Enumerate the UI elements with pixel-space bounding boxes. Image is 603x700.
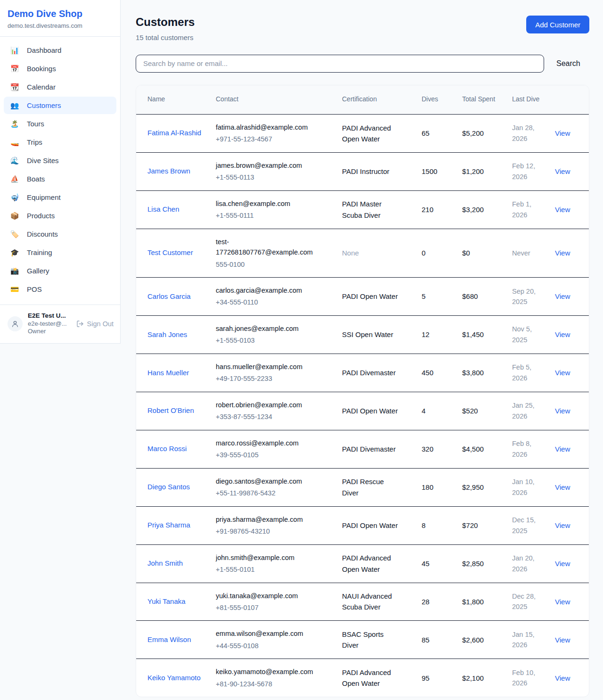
customer-contact-cell: james.brown@example.com+1-555-0113 <box>216 160 342 183</box>
sidebar-item-gallery[interactable]: 📸Gallery <box>4 262 116 280</box>
customer-dives: 5 <box>422 291 462 302</box>
customer-contact-cell: priya.sharma@example.com+91-98765-43210 <box>216 514 342 537</box>
view-cell: View <box>555 166 578 177</box>
shop-domain: demo.test.divestreams.com <box>8 22 113 29</box>
customer-name-link[interactable]: Fatima Al-Rashid <box>147 129 201 137</box>
customer-name-link[interactable]: Lisa Chen <box>147 205 179 213</box>
view-link[interactable]: View <box>555 369 570 377</box>
customer-name-link[interactable]: Sarah Jones <box>147 330 187 338</box>
table-row: Yuki Tanakayuki.tanaka@example.com+81-55… <box>136 583 589 621</box>
customer-contact-cell: test-1772681807767@example.com555-0100 <box>216 237 342 270</box>
view-link[interactable]: View <box>555 292 570 300</box>
sidebar-item-dive-sites[interactable]: 🌊Dive Sites <box>4 152 116 169</box>
customer-contact-cell: keiko.yamamoto@example.com+81-90-1234-56… <box>216 667 342 689</box>
view-link[interactable]: View <box>555 636 570 644</box>
customer-total-spent: $3,800 <box>462 367 512 378</box>
view-link[interactable]: View <box>555 445 570 453</box>
sidebar-item-equipment[interactable]: 🤿Equipment <box>4 189 116 206</box>
customer-name-link[interactable]: Emma Wilson <box>147 635 191 643</box>
sidebar-item-discounts[interactable]: 🏷️Discounts <box>4 225 116 243</box>
customer-dives: 180 <box>422 482 462 493</box>
search-input[interactable] <box>136 55 544 73</box>
view-link[interactable]: View <box>555 407 570 415</box>
view-link[interactable]: View <box>555 483 570 491</box>
sidebar-item-bookings[interactable]: 📅Bookings <box>4 60 116 77</box>
customer-certification: SSI Open Water <box>342 329 422 340</box>
table-row: Emma Wilsonemma.wilson@example.com+44-55… <box>136 621 589 659</box>
customer-certification: PADI Open Water <box>342 291 422 302</box>
view-link[interactable]: View <box>555 330 570 338</box>
customer-name-link[interactable]: Hans Mueller <box>147 369 189 377</box>
customer-name-cell: Lisa Chen <box>147 204 216 215</box>
customer-total-spent: $4,500 <box>462 444 512 454</box>
customer-last-dive: Feb 8, 2026 <box>512 438 555 460</box>
column-header-name: Name <box>147 94 216 105</box>
table-row: Robert O'Brienrobert.obrien@example.com+… <box>136 392 589 430</box>
customer-name-cell: Marco Rossi <box>147 444 216 454</box>
customer-name-link[interactable]: Marco Rossi <box>147 445 187 453</box>
view-link[interactable]: View <box>555 249 570 257</box>
table-row: Sarah Jonessarah.jones@example.com+1-555… <box>136 316 589 354</box>
column-header-contact: Contact <box>216 94 342 105</box>
sidebar-item-customers[interactable]: 👥Customers <box>4 97 116 114</box>
column-header-dives: Dives <box>422 94 462 105</box>
customer-phone: +971-55-123-4567 <box>216 134 316 144</box>
customer-certification: NAUI Advanced Scuba Diver <box>342 591 422 613</box>
customer-certification: PADI Instructor <box>342 166 422 177</box>
customer-name-link[interactable]: Diego Santos <box>147 483 190 491</box>
customer-last-dive: Jan 10, 2026 <box>512 477 555 498</box>
add-customer-button[interactable]: Add Customer <box>526 16 589 33</box>
customer-name-link[interactable]: Priya Sharma <box>147 521 190 529</box>
customer-contact-cell: emma.wilson@example.com+44-555-0108 <box>216 628 342 651</box>
sign-out-button[interactable]: Sign Out <box>76 320 114 328</box>
customer-certification: PADI Rescue Diver <box>342 476 422 498</box>
view-cell: View <box>555 520 578 531</box>
view-link[interactable]: View <box>555 674 570 682</box>
table-body: Fatima Al-Rashidfatima.alrashid@example.… <box>136 115 589 697</box>
customers-table: NameContactCertificationDivesTotal Spent… <box>136 85 589 698</box>
customer-name-link[interactable]: Robert O'Brien <box>147 406 194 414</box>
customer-phone: +81-90-1234-5678 <box>216 679 316 689</box>
view-link[interactable]: View <box>555 521 570 529</box>
table-row: Hans Muellerhans.mueller@example.com+49-… <box>136 354 589 392</box>
sidebar-item-products[interactable]: 📦Products <box>4 207 116 224</box>
customer-last-dive: Feb 5, 2026 <box>512 362 555 383</box>
customer-phone: +81-555-0107 <box>216 602 316 613</box>
customer-contact-cell: sarah.jones@example.com+1-555-0103 <box>216 323 342 346</box>
customer-name-link[interactable]: John Smith <box>147 559 183 567</box>
customer-name-link[interactable]: James Brown <box>147 167 190 175</box>
sidebar-item-calendar[interactable]: 📆Calendar <box>4 78 116 96</box>
sign-out-icon <box>76 320 84 328</box>
view-link[interactable]: View <box>555 598 570 606</box>
customer-phone: +1-555-0101 <box>216 564 316 575</box>
search-button[interactable]: Search <box>556 59 580 68</box>
customer-total-spent: $520 <box>462 405 512 416</box>
customer-last-dive: Dec 15, 2025 <box>512 515 555 536</box>
view-link[interactable]: View <box>555 560 570 568</box>
speedboat-icon: 🚤 <box>9 139 20 146</box>
view-cell: View <box>555 291 578 302</box>
view-link[interactable]: View <box>555 167 570 175</box>
customer-email: yuki.tanaka@example.com <box>216 591 316 601</box>
sidebar-item-dashboard[interactable]: 📊Dashboard <box>4 41 116 59</box>
view-link[interactable]: View <box>555 129 570 137</box>
customer-name-cell: Robert O'Brien <box>147 405 216 416</box>
customer-name-link[interactable]: Keiko Yamamoto <box>147 674 201 682</box>
customer-certification: BSAC Sports Diver <box>342 629 422 651</box>
column-header-certification: Certification <box>342 94 422 105</box>
sidebar-item-pos[interactable]: 💳POS <box>4 280 116 298</box>
sidebar-item-tours[interactable]: 🏝️Tours <box>4 115 116 132</box>
customer-phone: +34-555-0110 <box>216 297 316 307</box>
view-link[interactable]: View <box>555 206 570 214</box>
customer-name-link[interactable]: Test Customer <box>147 248 193 256</box>
customer-certification: PADI Open Water <box>342 520 422 531</box>
customer-last-dive: Jan 28, 2026 <box>512 123 555 144</box>
customer-name-link[interactable]: Yuki Tanaka <box>147 597 186 605</box>
sidebar-item-boats[interactable]: ⛵Boats <box>4 170 116 188</box>
sidebar-item-training[interactable]: 🎓Training <box>4 244 116 261</box>
customer-name-cell: Keiko Yamamoto <box>147 673 216 684</box>
customer-name-link[interactable]: Carlos Garcia <box>147 292 191 300</box>
customer-contact-cell: marco.rossi@example.com+39-555-0105 <box>216 438 342 461</box>
customer-name-cell: Carlos Garcia <box>147 291 216 302</box>
sidebar-item-trips[interactable]: 🚤Trips <box>4 133 116 151</box>
